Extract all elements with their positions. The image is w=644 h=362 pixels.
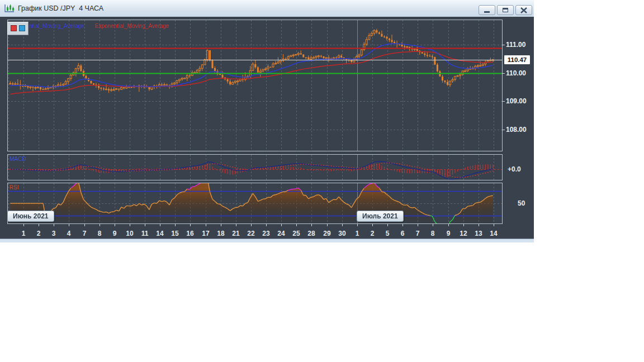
time-axis-label: 22 bbox=[244, 230, 258, 237]
time-axis-label: 13 bbox=[471, 230, 486, 237]
time-axis-label: 18 bbox=[214, 230, 228, 237]
price-tick-mark bbox=[502, 73, 505, 74]
time-tick-mark bbox=[448, 224, 449, 226]
time-axis-label: 21 bbox=[229, 230, 243, 237]
time-tick-mark bbox=[342, 224, 343, 226]
minimize-icon bbox=[484, 11, 490, 13]
time-tick-mark bbox=[221, 224, 221, 226]
time-tick-mark bbox=[236, 224, 236, 226]
time-axis-label: 29 bbox=[320, 230, 334, 237]
time-axis-label: 17 bbox=[198, 230, 213, 237]
time-axis-label: 2 bbox=[365, 230, 380, 237]
price-axis-label: 109.00 bbox=[506, 97, 533, 105]
time-axis-label: 1 bbox=[350, 230, 364, 237]
window-bottom-frame bbox=[0, 239, 534, 242]
rsi-canvas[interactable] bbox=[7, 183, 503, 224]
current-price-tag: 110.47 bbox=[504, 55, 530, 64]
titlebar[interactable]: График USD /JPY 4 ЧАСА bbox=[0, 0, 534, 17]
month-label-june: Июнь 2021 bbox=[7, 211, 54, 222]
time-tick-mark bbox=[463, 224, 464, 226]
time-axis-label: 23 bbox=[259, 230, 273, 237]
time-tick-mark bbox=[100, 224, 100, 226]
macd-canvas[interactable] bbox=[7, 154, 503, 180]
macd-axis-label: +0.0 bbox=[508, 165, 521, 173]
time-axis-label: 16 bbox=[183, 230, 197, 237]
blue-swatch-button[interactable] bbox=[19, 25, 25, 31]
time-axis-label: 24 bbox=[274, 230, 288, 237]
swatch-panel bbox=[7, 22, 29, 35]
macd-label: MACD bbox=[10, 156, 26, 162]
restore-icon bbox=[503, 8, 508, 12]
price-tick-mark bbox=[502, 45, 505, 45]
time-tick-mark bbox=[372, 224, 373, 226]
time-tick-mark bbox=[175, 224, 176, 226]
time-axis-label: 2 bbox=[31, 230, 46, 237]
time-axis-label: 1 bbox=[16, 230, 31, 237]
month-label-july: Июль 2021 bbox=[357, 211, 404, 222]
time-tick-mark bbox=[387, 224, 388, 226]
time-tick-mark bbox=[160, 224, 160, 226]
time-tick-mark bbox=[327, 224, 328, 226]
time-axis-label: 9 bbox=[107, 230, 122, 237]
time-tick-mark bbox=[494, 224, 494, 226]
time-tick-mark bbox=[266, 224, 267, 226]
time-axis-label: 5 bbox=[380, 230, 395, 237]
time-axis-label: 11 bbox=[138, 230, 152, 237]
time-tick-mark bbox=[115, 224, 115, 226]
close-button[interactable] bbox=[515, 5, 532, 15]
rsi-label: RSI bbox=[10, 184, 19, 190]
time-tick-mark bbox=[402, 224, 403, 226]
chart-window: График USD /JPY 4 ЧАСА Exponential_Movin… bbox=[0, 0, 534, 242]
time-axis-label: 7 bbox=[77, 230, 92, 237]
time-tick-mark bbox=[190, 224, 191, 226]
time-axis-label: 15 bbox=[168, 230, 182, 237]
price-axis-label: 108.00 bbox=[506, 126, 533, 134]
time-tick-mark bbox=[69, 224, 69, 226]
time-axis-label: 30 bbox=[335, 230, 349, 237]
close-icon bbox=[520, 7, 527, 13]
price-axis-label: 111.00 bbox=[506, 41, 533, 49]
time-axis-label: 3 bbox=[46, 230, 61, 237]
time-tick-mark bbox=[54, 224, 54, 226]
time-tick-mark bbox=[145, 224, 145, 226]
restore-button[interactable] bbox=[497, 5, 514, 15]
time-tick-mark bbox=[281, 224, 282, 226]
time-axis-label: 9 bbox=[441, 230, 456, 237]
time-tick-mark bbox=[433, 224, 433, 226]
time-tick-mark bbox=[357, 224, 358, 226]
time-tick-mark bbox=[311, 224, 312, 226]
time-tick-mark bbox=[84, 224, 85, 226]
price-axis-label: 110.00 bbox=[506, 69, 533, 77]
rsi-axis-label: 50 bbox=[518, 199, 525, 207]
time-tick-mark bbox=[39, 224, 39, 226]
time-axis-label: 28 bbox=[304, 230, 319, 237]
time-tick-mark bbox=[251, 224, 252, 226]
time-tick-mark bbox=[130, 224, 130, 226]
window-title: График USD /JPY 4 ЧАСА bbox=[18, 4, 103, 12]
time-tick-mark bbox=[23, 224, 24, 226]
time-axis-label: 4 bbox=[61, 230, 76, 237]
time-axis-label: 14 bbox=[153, 230, 167, 237]
candlestick-chart-icon bbox=[4, 4, 15, 13]
time-tick-mark bbox=[206, 224, 206, 226]
time-axis-label: 6 bbox=[395, 230, 410, 237]
time-axis-label: 8 bbox=[92, 230, 107, 237]
time-axis-label: 12 bbox=[456, 230, 471, 237]
price-chart-canvas[interactable] bbox=[7, 20, 503, 151]
time-tick-mark bbox=[418, 224, 418, 226]
time-tick-mark bbox=[479, 224, 479, 226]
time-axis-label: 14 bbox=[486, 230, 501, 237]
price-tick-mark bbox=[502, 130, 505, 130]
time-axis-label: 8 bbox=[425, 230, 440, 237]
time-axis-label: 25 bbox=[289, 230, 304, 237]
time-axis-label: 10 bbox=[122, 230, 137, 237]
time-axis-label: 7 bbox=[410, 230, 425, 237]
time-tick-mark bbox=[296, 224, 297, 226]
red-swatch-button[interactable] bbox=[11, 25, 17, 31]
legend-ema-slow: Exponential_Moving_Average bbox=[95, 23, 169, 29]
minimize-button[interactable] bbox=[479, 5, 495, 15]
price-tick-mark bbox=[502, 101, 505, 102]
